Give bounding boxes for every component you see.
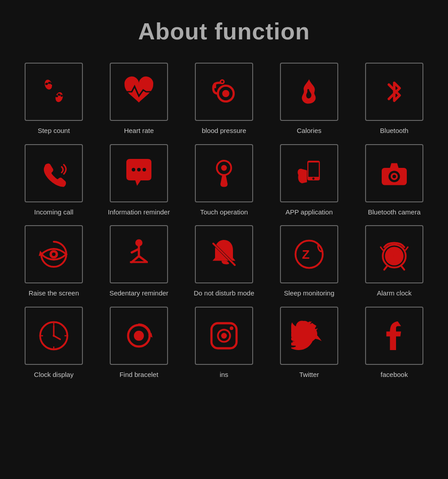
cell-bluetooth: Bluetooth (358, 63, 430, 135)
icon-box-app-application (280, 144, 338, 202)
icon-box-information-reminder (110, 144, 168, 202)
ins-icon (206, 318, 242, 354)
alarm-clock-label: Alarm clock (377, 289, 412, 298)
cell-blood-pressure: blood pressure (188, 63, 260, 135)
raise-screen-icon (36, 236, 72, 272)
step-count-icon (36, 74, 72, 110)
svg-point-20 (312, 177, 314, 180)
cell-ins: ins (188, 307, 260, 379)
touch-operation-label: Touch operation (200, 208, 248, 217)
svg-point-58 (230, 326, 233, 330)
bluetooth-camera-icon (376, 155, 412, 191)
calories-icon (291, 74, 327, 110)
sedentary-reminder-label: Sedentary reminder (109, 289, 168, 298)
svg-point-11 (221, 81, 224, 83)
facebook-icon (376, 318, 412, 354)
twitter-label: Twitter (299, 370, 319, 379)
cell-clock-display: Clock display (18, 307, 90, 379)
find-bracelet-label: Find bracelet (120, 370, 159, 379)
svg-line-42 (401, 266, 404, 269)
cell-information-reminder: Information reminder (103, 144, 175, 217)
facebook-label: facebook (381, 370, 408, 379)
cell-sleep-monitoring: Z Sleep monitoring (273, 225, 345, 298)
sedentary-reminder-icon (121, 236, 157, 272)
icon-box-sedentary-reminder (110, 225, 168, 283)
raise-screen-label: Raise the screen (29, 289, 79, 298)
heart-rate-icon (121, 74, 157, 110)
icon-box-do-not-disturb (195, 225, 253, 283)
svg-point-9 (222, 90, 229, 97)
cell-twitter: Twitter (273, 307, 345, 379)
cell-do-not-disturb: Do not disturb mode (188, 225, 260, 298)
icon-box-alarm-clock (365, 225, 423, 283)
cell-heart-rate: Heart rate (103, 63, 175, 135)
do-not-disturb-label: Do not disturb mode (194, 289, 254, 298)
svg-point-15 (142, 168, 146, 171)
icon-box-calories (280, 63, 338, 121)
svg-point-0 (43, 79, 53, 90)
svg-line-48 (54, 336, 60, 339)
icon-box-facebook (365, 307, 423, 365)
svg-point-13 (132, 168, 135, 171)
svg-line-44 (406, 247, 408, 250)
sleep-monitoring-label: Sleep monitoring (284, 289, 335, 298)
features-grid: Step count Heart rate blood pressure (18, 63, 430, 379)
ins-label: ins (220, 370, 228, 379)
svg-point-28 (52, 252, 56, 256)
svg-point-59 (221, 333, 227, 338)
clock-display-label: Clock display (34, 370, 73, 379)
blood-pressure-label: blood pressure (202, 126, 246, 135)
icon-box-ins (195, 307, 253, 365)
svg-point-14 (137, 168, 141, 171)
touch-operation-icon (206, 155, 242, 191)
cell-calories: Calories (273, 63, 345, 135)
svg-line-43 (381, 247, 383, 250)
icon-box-clock-display (25, 307, 83, 365)
heart-rate-label: Heart rate (124, 126, 154, 135)
cell-raise-screen: Raise the screen (18, 225, 90, 298)
page-title: About function (138, 18, 310, 45)
cell-app-application: APP application (273, 144, 345, 217)
step-count-label: Step count (38, 126, 70, 135)
icon-box-find-bracelet (110, 307, 168, 365)
do-not-disturb-icon (206, 236, 242, 272)
twitter-icon (291, 318, 327, 354)
icon-box-incoming-call (25, 144, 83, 202)
cell-touch-operation: Touch operation (188, 144, 260, 217)
calories-label: Calories (297, 126, 321, 135)
icon-box-step-count (25, 63, 83, 121)
app-application-label: APP application (285, 208, 333, 217)
cell-bluetooth-camera: Bluetooth camera (358, 144, 430, 217)
icon-box-bluetooth-camera (365, 144, 423, 202)
cell-incoming-call: Incoming call (18, 144, 90, 217)
svg-point-4 (54, 91, 64, 103)
blood-pressure-icon (206, 74, 242, 110)
icon-box-sleep-monitoring: Z (280, 225, 338, 283)
incoming-call-label: Incoming call (34, 208, 73, 217)
find-bracelet-icon (121, 318, 157, 354)
icon-box-heart-rate (110, 63, 168, 121)
icon-box-touch-operation (195, 144, 253, 202)
app-application-icon (291, 155, 327, 191)
bluetooth-camera-label: Bluetooth camera (368, 208, 421, 217)
cell-sedentary-reminder: Sedentary reminder (103, 225, 175, 298)
icon-box-blood-pressure (195, 63, 253, 121)
icon-box-twitter (280, 307, 338, 365)
clock-display-icon (36, 318, 72, 354)
incoming-call-icon (36, 155, 72, 191)
information-reminder-label: Information reminder (108, 208, 170, 217)
icon-box-raise-screen (25, 225, 83, 283)
svg-text:Z: Z (302, 248, 310, 261)
alarm-clock-icon (376, 236, 412, 272)
bluetooth-label: Bluetooth (380, 126, 408, 135)
svg-point-54 (134, 330, 144, 340)
cell-step-count: Step count (18, 63, 90, 135)
svg-point-17 (221, 165, 227, 171)
icon-box-bluetooth (365, 63, 423, 121)
svg-point-25 (392, 175, 396, 178)
sleep-monitoring-icon: Z (291, 236, 327, 272)
cell-alarm-clock: Alarm clock (358, 225, 430, 298)
cell-find-bracelet: Find bracelet (103, 307, 175, 379)
svg-point-26 (386, 170, 388, 172)
svg-line-41 (384, 266, 387, 269)
